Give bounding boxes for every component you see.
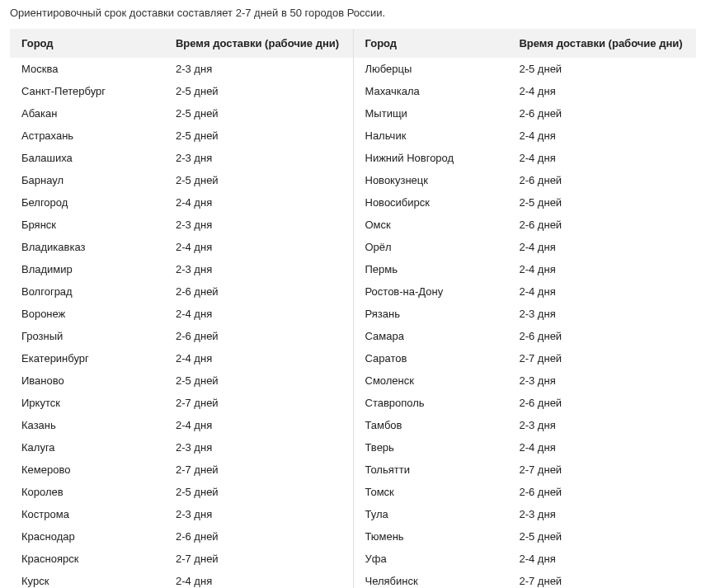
- table-row: Казань2-4 дня: [10, 414, 353, 436]
- cell-time: 2-4 дня: [507, 436, 696, 459]
- cell-city: Пермь: [354, 258, 508, 280]
- cell-city: Тюмень: [354, 525, 508, 548]
- table-left: Город Время доставки (рабочие дни) Москв…: [10, 29, 354, 588]
- cell-time: 2-7 дней: [507, 459, 696, 481]
- table-row: Иваново2-5 дней: [10, 369, 353, 392]
- cell-city: Мытищи: [354, 102, 508, 125]
- table-row: Санкт-Петербург2-5 дней: [10, 80, 353, 102]
- table-row: Астрахань2-5 дней: [10, 125, 353, 147]
- cell-time: 2-4 дня: [507, 548, 696, 570]
- cell-city: Волгоград: [10, 280, 164, 303]
- cell-city: Смоленск: [354, 369, 508, 392]
- cell-time: 2-3 дня: [507, 303, 696, 325]
- cell-city: Красноярск: [10, 548, 164, 570]
- cell-time: 2-7 дней: [507, 347, 696, 369]
- table-row: Балашиха2-3 дня: [10, 147, 353, 169]
- cell-city: Грозный: [10, 325, 164, 347]
- cell-time: 2-4 дня: [164, 191, 353, 214]
- cell-time: 2-4 дня: [507, 125, 696, 147]
- table-row: Самара2-6 дней: [354, 325, 697, 347]
- cell-time: 2-4 дня: [507, 258, 696, 280]
- cell-time: 2-4 дня: [164, 347, 353, 369]
- table-row: Махачкала2-4 дня: [354, 80, 697, 102]
- cell-city: Брянск: [10, 214, 164, 236]
- table-row: Ростов-на-Дону2-4 дня: [354, 280, 697, 303]
- table-row: Красноярск2-7 дней: [10, 548, 353, 570]
- table-row: Пермь2-4 дня: [354, 258, 697, 280]
- cell-time: 2-4 дня: [164, 414, 353, 436]
- cell-time: 2-3 дня: [507, 414, 696, 436]
- table-row: Омск2-6 дней: [354, 214, 697, 236]
- table-row: Ставрополь2-6 дней: [354, 392, 697, 414]
- cell-time: 2-4 дня: [507, 147, 696, 169]
- cell-time: 2-4 дня: [507, 80, 696, 102]
- cell-time: 2-3 дня: [164, 258, 353, 280]
- cell-time: 2-6 дней: [507, 481, 696, 503]
- cell-time: 2-6 дней: [164, 525, 353, 548]
- cell-city: Нижний Новгород: [354, 147, 508, 169]
- cell-city: Кемерово: [10, 459, 164, 481]
- cell-city: Абакан: [10, 102, 164, 125]
- cell-city: Иркутск: [10, 392, 164, 414]
- cell-city: Омск: [354, 214, 508, 236]
- table-row: Екатеринбург2-4 дня: [10, 347, 353, 369]
- cell-time: 2-5 дней: [507, 191, 696, 214]
- cell-time: 2-3 дня: [507, 369, 696, 392]
- cell-time: 2-6 дней: [507, 169, 696, 191]
- cell-city: Астрахань: [10, 125, 164, 147]
- cell-city: Балашиха: [10, 147, 164, 169]
- cell-city: Томск: [354, 481, 508, 503]
- cell-city: Барнаул: [10, 169, 164, 191]
- cell-time: 2-6 дней: [507, 392, 696, 414]
- header-time: Время доставки (рабочие дни): [507, 29, 696, 58]
- cell-city: Нальчик: [354, 125, 508, 147]
- table-header-row: Город Время доставки (рабочие дни): [10, 29, 353, 58]
- cell-time: 2-5 дней: [164, 102, 353, 125]
- cell-time: 2-7 дней: [164, 548, 353, 570]
- table-row: Смоленск2-3 дня: [354, 369, 697, 392]
- cell-city: Санкт-Петербург: [10, 80, 164, 102]
- table-row: Краснодар2-6 дней: [10, 525, 353, 548]
- header-time: Время доставки (рабочие дни): [164, 29, 353, 58]
- cell-time: 2-5 дней: [507, 58, 696, 80]
- cell-city: Калуга: [10, 436, 164, 459]
- cell-city: Воронеж: [10, 303, 164, 325]
- cell-city: Курск: [10, 570, 164, 588]
- table-row: Воронеж2-4 дня: [10, 303, 353, 325]
- cell-city: Владимир: [10, 258, 164, 280]
- table-right: Город Время доставки (рабочие дни) Любер…: [354, 29, 697, 588]
- table-row: Тула2-3 дня: [354, 503, 697, 525]
- table-row: Владикавказ2-4 дня: [10, 236, 353, 258]
- table-row: Рязань2-3 дня: [354, 303, 697, 325]
- table-row: Новокузнецк2-6 дней: [354, 169, 697, 191]
- cell-city: Уфа: [354, 548, 508, 570]
- cell-city: Королев: [10, 481, 164, 503]
- table-row: Уфа2-4 дня: [354, 548, 697, 570]
- cell-time: 2-6 дней: [507, 102, 696, 125]
- cell-time: 2-6 дней: [507, 325, 696, 347]
- table-row: Тамбов2-3 дня: [354, 414, 697, 436]
- cell-time: 2-5 дней: [164, 125, 353, 147]
- table-row: Иркутск2-7 дней: [10, 392, 353, 414]
- cell-city: Саратов: [354, 347, 508, 369]
- cell-time: 2-3 дня: [164, 58, 353, 80]
- table-row: Брянск2-3 дня: [10, 214, 353, 236]
- cell-city: Люберцы: [354, 58, 508, 80]
- table-row: Челябинск2-7 дней: [354, 570, 697, 588]
- table-row: Кострома2-3 дня: [10, 503, 353, 525]
- cell-time: 2-5 дней: [507, 525, 696, 548]
- intro-text: Ориентировочный срок доставки составляет…: [10, 7, 696, 19]
- cell-time: 2-5 дней: [164, 481, 353, 503]
- cell-time: 2-3 дня: [164, 214, 353, 236]
- table-header-row: Город Время доставки (рабочие дни): [354, 29, 697, 58]
- table-row: Нижний Новгород2-4 дня: [354, 147, 697, 169]
- table-row: Грозный2-6 дней: [10, 325, 353, 347]
- cell-time: 2-4 дня: [507, 280, 696, 303]
- cell-time: 2-6 дней: [164, 325, 353, 347]
- cell-city: Самара: [354, 325, 508, 347]
- cell-city: Иваново: [10, 369, 164, 392]
- cell-city: Новокузнецк: [354, 169, 508, 191]
- header-city: Город: [10, 29, 164, 58]
- table-row: Люберцы2-5 дней: [354, 58, 697, 80]
- cell-city: Тамбов: [354, 414, 508, 436]
